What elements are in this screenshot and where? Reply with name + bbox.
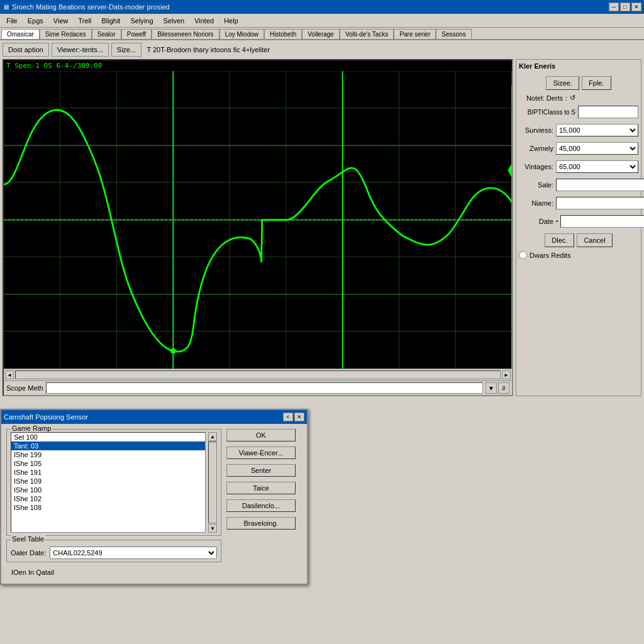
zwmely-label: Zwmely: [519, 145, 553, 152]
tab-vollerage[interactable]: Vollerage: [302, 29, 340, 39]
date-bullet: •: [556, 218, 558, 225]
niame-input[interactable]: 1300: [556, 197, 644, 209]
surviess-row: Surviess: 15,000: [519, 124, 638, 136]
dialog-left: Game Ramp Set 100 Tant: 03 IShe 199 IShe…: [6, 429, 221, 579]
viewer-button[interactable]: Viewer:-tents...: [52, 43, 109, 57]
date-label: Date: [519, 218, 553, 225]
title-bar: 🖥 Sroech Mating Beations server-Dats-mod…: [0, 0, 644, 14]
seel-table-group: Seel Table Oaler Date: CHAIL022,5249: [6, 540, 221, 562]
dialog-close-button[interactable]: ✕: [294, 413, 304, 421]
dwars-label: Dwars Redits: [530, 252, 570, 259]
bdpti-input[interactable]: [578, 106, 638, 118]
footer-text: IOen In Qatail: [11, 569, 54, 576]
date-row: Date • 0.0 XiN: [519, 215, 638, 228]
scope-meth-input[interactable]: [46, 382, 483, 394]
fple-button[interactable]: Fple.: [582, 76, 611, 90]
list-item-2[interactable]: IShe 199: [11, 450, 205, 459]
vintages-select[interactable]: 65,000: [556, 160, 638, 173]
zwmely-select[interactable]: 45,000: [556, 142, 638, 155]
menu-file[interactable]: File: [1, 16, 23, 26]
menu-vinted[interactable]: Vinted: [189, 16, 219, 26]
tab-sessons[interactable]: Sessons: [436, 29, 471, 39]
menu-view[interactable]: View: [48, 16, 74, 26]
braveloing-button[interactable]: Braveloing.: [226, 517, 296, 530]
niame-row: Niame: 1300 %: [519, 197, 638, 209]
title-text: Sroech Mating Beations server-Dats-moder…: [12, 3, 170, 11]
dialog: Camshaft Popsiong Sensor < ✕ Game Ramp S…: [0, 409, 308, 585]
senter-button[interactable]: Senter: [226, 464, 296, 477]
listbox-wrapper: Set 100 Tant: 03 IShe 199 IShe 105 IShe …: [11, 432, 217, 533]
maximize-button[interactable]: □: [620, 3, 630, 11]
dost-option-button[interactable]: Dost aption: [3, 43, 49, 57]
tab-omasicar[interactable]: Omasicar: [1, 29, 40, 39]
dwars-radio[interactable]: [519, 251, 527, 259]
viawe-button[interactable]: Viawe-Encer...: [226, 447, 296, 459]
scope-canvas: [4, 71, 512, 369]
tab-pare-serier[interactable]: Pare serier: [394, 29, 436, 39]
note-colon: :: [565, 94, 567, 102]
size-button[interactable]: Size...: [111, 43, 142, 57]
list-item-6[interactable]: IShe 100: [11, 486, 205, 494]
cancel-button[interactable]: Cancel: [577, 233, 612, 247]
list-scroll-up[interactable]: ▲: [208, 432, 217, 441]
scope-scroll-track[interactable]: [15, 370, 501, 379]
panel-top-buttons: Sizee. Fple.: [519, 76, 638, 90]
minimize-button[interactable]: ─: [609, 3, 619, 11]
sizee-button[interactable]: Sizee.: [546, 76, 579, 90]
tab-bar: Omasicar Sime Redaces Sealor Poweff Bile…: [0, 28, 644, 40]
listbox[interactable]: Set 100 Tant: 03 IShe 199 IShe 105 IShe …: [11, 432, 206, 533]
menu-help[interactable]: Help: [219, 16, 243, 26]
scroll-right-button[interactable]: ►: [502, 370, 511, 379]
dasilen-button[interactable]: Dasilenclo...: [226, 499, 296, 512]
surviess-select[interactable]: 15,000: [556, 124, 638, 136]
dialog-right: OK Viawe-Encer... Senter Taice Dasilencl…: [226, 429, 302, 579]
scroll-left-button[interactable]: ◄: [5, 370, 14, 379]
list-item-3[interactable]: IShe 105: [11, 459, 205, 468]
tab-sealor[interactable]: Sealor: [92, 29, 121, 39]
list-item-5[interactable]: IShe 109: [11, 477, 205, 486]
note-label: Notel: Derts: [519, 94, 563, 102]
tab-volti[interactable]: Volti-de's Tacks: [340, 29, 394, 39]
close-button[interactable]: ✕: [631, 3, 641, 11]
taice-button[interactable]: Taice: [226, 482, 296, 494]
list-item-7[interactable]: IShe 102: [11, 494, 205, 503]
ok-button[interactable]: OK: [226, 429, 296, 441]
tab-sime-redaces[interactable]: Sime Redaces: [40, 29, 92, 39]
tab-label: T 20T-Brodorn thary irtoons fic 4+lyelit…: [144, 45, 272, 55]
menu-selven[interactable]: Selven: [158, 16, 190, 26]
surviess-label: Surviess:: [519, 126, 553, 134]
tab-loy-miodow[interactable]: Loy Miodow: [219, 29, 264, 39]
sale-input[interactable]: 32000: [556, 179, 644, 191]
list-item-0[interactable]: Set 100: [11, 433, 205, 441]
dialog-content: Game Ramp Set 100 Tant: 03 IShe 199 IShe…: [1, 424, 307, 584]
list-item-8[interactable]: IShe 108: [11, 503, 205, 512]
oaler-date-label: Oaler Date:: [11, 549, 46, 557]
menu-trell[interactable]: Trell: [73, 16, 96, 26]
game-ramp-title: Game Ramp: [11, 425, 52, 432]
list-scroll-down[interactable]: ▼: [208, 524, 217, 533]
inner-toolbar: Dost aption Viewer:-tents... Size... T 2…: [3, 43, 641, 57]
list-item-4[interactable]: IShe 191: [11, 468, 205, 477]
title-bar-left: 🖥 Sroech Mating Beations server-Dats-mod…: [3, 3, 170, 11]
dlec-button[interactable]: Dlec.: [545, 233, 574, 247]
tab-poweff[interactable]: Poweff: [121, 29, 152, 39]
oaler-date-select[interactable]: CHAIL022,5249: [50, 547, 217, 559]
scope-icon-down[interactable]: ▼: [486, 382, 497, 394]
date-input[interactable]: 0.0: [560, 215, 644, 228]
right-panel: Kler Eneris Sizee. Fple. Notel: Derts : …: [516, 59, 641, 396]
niame-label: Niame:: [519, 199, 553, 207]
menu-blighit[interactable]: Blighit: [96, 16, 125, 26]
svg-point-23: [170, 348, 176, 354]
menu-selying[interactable]: Selying: [125, 16, 158, 26]
dialog-footer: IOen In Qatail: [6, 566, 221, 579]
panel-title: Kler Eneris: [519, 62, 638, 70]
scope-icon-hash[interactable]: #: [498, 382, 509, 394]
tab-bilesseneen[interactable]: Bilesseneen Noriors: [152, 29, 219, 39]
note-arrow-icon[interactable]: ↺: [570, 94, 575, 102]
app-wrapper: 🖥 Sroech Mating Beations server-Dats-mod…: [0, 0, 644, 644]
vintages-row: Vintages: 65,000: [519, 160, 638, 173]
dialog-nav-back[interactable]: <: [283, 413, 293, 421]
tab-histobeth[interactable]: Histobeth: [264, 29, 302, 39]
menu-epgs[interactable]: Epgs: [23, 16, 48, 26]
list-item-1[interactable]: Tant: 03: [11, 441, 205, 450]
